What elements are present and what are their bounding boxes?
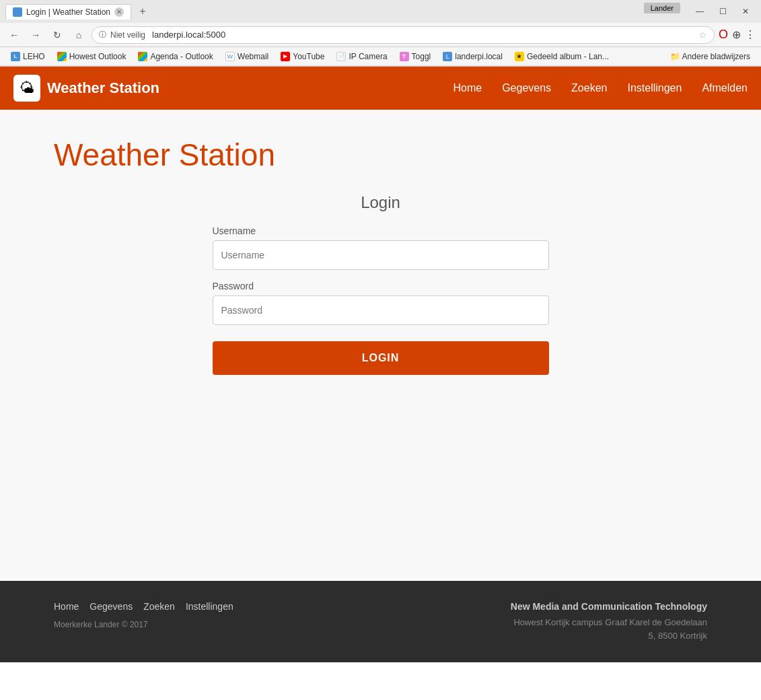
- nav-gegevens[interactable]: Gegevens: [502, 82, 551, 94]
- bookmark-ipcam-label: IP Camera: [349, 52, 387, 61]
- bookmark-star-icon[interactable]: ☆: [698, 30, 707, 40]
- yt-favicon: ▶: [281, 52, 290, 61]
- bookmark-howest-outlook-label: Howest Outlook: [69, 52, 126, 61]
- home-button[interactable]: ⌂: [70, 26, 87, 44]
- bookmark-leho-label: LEHO: [23, 52, 45, 61]
- leho-favicon: L: [11, 52, 20, 61]
- new-tab-button[interactable]: +: [135, 4, 150, 19]
- page-title: Weather Station: [54, 137, 275, 173]
- footer-zoeken[interactable]: Zoeken: [143, 601, 175, 612]
- username-label: Username: [213, 225, 549, 236]
- back-button[interactable]: ←: [5, 26, 23, 44]
- bookmark-gedeeld-label: Gedeeld album - Lan...: [527, 52, 609, 61]
- login-card: Login Username Password LOGIN: [213, 193, 549, 375]
- minimize-button[interactable]: —: [690, 4, 710, 19]
- bookmarks-bar: L LEHO Howest Outlook Agenda - Outlook W…: [0, 47, 761, 66]
- app-logo[interactable]: 🌤 Weather Station: [13, 75, 159, 102]
- other-bookmarks[interactable]: 📁 Andere bladwijzers: [665, 50, 756, 63]
- opera-icon[interactable]: O: [719, 28, 728, 42]
- username-group: Username: [213, 225, 549, 270]
- ms-favicon2: [138, 52, 147, 61]
- other-bookmarks-label: Andere bladwijzers: [682, 52, 750, 61]
- footer-address: Howest Kortijk campus Graaf Karel de Goe…: [511, 616, 707, 642]
- footer-right: New Media and Communication Technology H…: [511, 601, 707, 642]
- footer-left: Home Gegevens Zoeken Instellingen Moerke…: [54, 601, 233, 629]
- login-button[interactable]: LOGIN: [213, 341, 549, 375]
- app-name: Weather Station: [47, 79, 159, 97]
- profile-label: Lander: [644, 3, 680, 13]
- main-content: Weather Station Login Username Password …: [0, 110, 761, 581]
- login-heading: Login: [361, 193, 400, 212]
- bookmark-webmail[interactable]: W Webmail: [220, 50, 274, 63]
- bookmark-gedeeld[interactable]: ★ Gedeeld album - Lan...: [509, 50, 614, 63]
- maximize-button[interactable]: ☐: [713, 4, 733, 19]
- footer-org: New Media and Communication Technology: [511, 601, 707, 612]
- forward-button[interactable]: →: [27, 26, 44, 44]
- app-logo-icon: 🌤: [13, 75, 40, 102]
- bookmark-toggl-label: Toggl: [412, 52, 431, 61]
- bookmark-ipcamera[interactable]: 📄 IP Camera: [331, 50, 392, 63]
- bookmark-howest-outlook[interactable]: Howest Outlook: [52, 50, 132, 63]
- password-input[interactable]: [213, 295, 549, 325]
- password-label: Password: [213, 281, 549, 291]
- nav-zoeken[interactable]: Zoeken: [571, 82, 607, 94]
- footer-instellingen[interactable]: Instellingen: [186, 601, 233, 612]
- extensions-icon[interactable]: ⊕: [732, 28, 741, 41]
- bookmark-landerpi[interactable]: L landerpi.local: [437, 50, 508, 63]
- nav-home[interactable]: Home: [453, 82, 482, 94]
- footer-copyright: Moerkerke Lander © 2017: [54, 620, 233, 629]
- ipcam-favicon: 📄: [336, 52, 346, 61]
- nav-afmelden[interactable]: Afmelden: [702, 82, 748, 94]
- app-navbar: 🌤 Weather Station Home Gegevens Zoeken I…: [0, 67, 761, 110]
- bookmark-youtube[interactable]: ▶ YouTube: [275, 50, 330, 63]
- bookmark-leho[interactable]: L LEHO: [5, 50, 50, 63]
- bookmark-landerpi-label: landerpi.local: [455, 52, 503, 61]
- security-label: Niet veilig: [110, 30, 145, 40]
- bookmark-youtube-label: YouTube: [293, 52, 324, 61]
- bookmark-agenda-outlook[interactable]: Agenda - Outlook: [133, 50, 218, 63]
- ms-favicon: [57, 52, 67, 61]
- menu-icon[interactable]: ⋮: [745, 28, 756, 41]
- browser-tab[interactable]: Login | Weather Station ✕: [5, 4, 131, 20]
- footer-home[interactable]: Home: [54, 601, 79, 612]
- tab-favicon: [13, 7, 22, 17]
- weather-icon: 🌤: [20, 79, 34, 97]
- nav-instellingen[interactable]: Instellingen: [627, 82, 682, 94]
- footer-addr-line1: Howest Kortijk campus Graaf Karel de Goe…: [513, 617, 707, 627]
- security-icon: ⓘ: [99, 30, 106, 40]
- footer-gegevens[interactable]: Gegevens: [89, 601, 133, 612]
- refresh-button[interactable]: ↻: [48, 26, 66, 44]
- toggl-favicon: T: [400, 52, 409, 61]
- footer: Home Gegevens Zoeken Instellingen Moerke…: [0, 581, 761, 662]
- gedeeld-favicon: ★: [515, 52, 524, 61]
- bookmark-toggl[interactable]: T Toggl: [394, 50, 437, 63]
- webmail-favicon: W: [225, 52, 235, 61]
- bookmark-webmail-label: Webmail: [238, 52, 268, 61]
- address-text: landerpi.local:5000: [152, 30, 694, 40]
- username-input[interactable]: [213, 240, 549, 270]
- other-bookmarks-icon: 📁: [670, 52, 680, 61]
- tab-close-button[interactable]: ✕: [114, 7, 124, 17]
- tab-title: Login | Weather Station: [26, 7, 110, 17]
- app-nav: Home Gegevens Zoeken Instellingen Afmeld…: [453, 82, 748, 94]
- password-group: Password: [213, 281, 549, 325]
- footer-links: Home Gegevens Zoeken Instellingen: [54, 601, 233, 612]
- footer-addr-line2: 5, 8500 Kortrijk: [649, 631, 707, 641]
- bookmark-agenda-label: Agenda - Outlook: [150, 52, 213, 61]
- lander-favicon: L: [443, 52, 452, 61]
- address-bar[interactable]: ⓘ Niet veilig landerpi.local:5000 ☆: [92, 26, 715, 44]
- close-button[interactable]: ✕: [735, 4, 756, 19]
